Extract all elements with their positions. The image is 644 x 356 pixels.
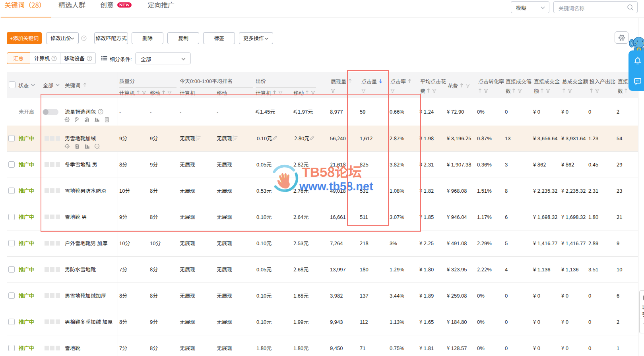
svg-text:?: ? (83, 36, 85, 40)
svg-text:?: ? (53, 56, 55, 60)
svg-text:?: ? (89, 56, 91, 60)
